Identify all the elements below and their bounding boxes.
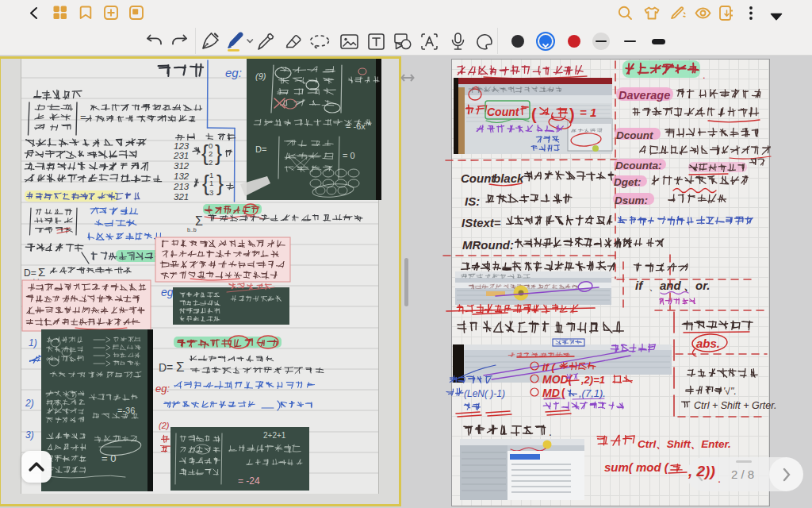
svg-text:.: . <box>703 69 706 81</box>
svg-text:if (: if ( <box>542 361 557 373</box>
svg-text:Count: Count <box>461 171 496 185</box>
svg-text:black: black <box>493 171 524 185</box>
svg-text:= 1: = 1 <box>580 106 596 119</box>
svg-text:(: ( <box>531 106 537 123</box>
svg-text:.: . <box>718 471 721 485</box>
svg-text:(LeN( )-1): (LeN( )-1) <box>464 388 505 399</box>
svg-text:, 2)): , 2)) <box>688 463 715 479</box>
svg-text:Count: Count <box>487 106 520 118</box>
svg-text:Dget:: Dget: <box>614 176 642 188</box>
svg-text:if: if <box>635 279 644 292</box>
svg-text:Ctrl + Shift + Grter.: Ctrl + Shift + Grter. <box>694 400 776 411</box>
svg-text:abs.: abs. <box>696 337 720 350</box>
svg-text:Dsum:: Dsum: <box>615 194 648 206</box>
svg-text:and: and <box>660 279 682 292</box>
svg-text:(: ( <box>561 387 565 399</box>
svg-text:、or.: 、or. <box>684 279 710 292</box>
svg-text:Dcount: Dcount <box>616 129 653 141</box>
svg-text:Ctrl、Shift、Enter.: Ctrl、Shift、Enter. <box>638 438 731 450</box>
svg-text:IStext=: IStext= <box>462 216 501 229</box>
svg-text:'√''.: '√''. <box>723 386 737 397</box>
svg-text:sum( mod (: sum( mod ( <box>604 460 670 474</box>
svg-text:MOD(: MOD( <box>542 373 573 386</box>
svg-text:): ) <box>569 106 575 123</box>
svg-text:.: . <box>549 425 552 438</box>
svg-text:、: 、 <box>649 280 659 292</box>
svg-text:,2)=1: ,2)=1 <box>580 374 605 386</box>
svg-text:IS:: IS: <box>465 194 480 208</box>
svg-text:Dcounta:: Dcounta: <box>615 160 662 171</box>
svg-text:,(7,1).: ,(7,1). <box>579 387 606 399</box>
svg-text:MRound:: MRound: <box>462 238 514 252</box>
svg-text:Daverage: Daverage <box>619 89 670 102</box>
